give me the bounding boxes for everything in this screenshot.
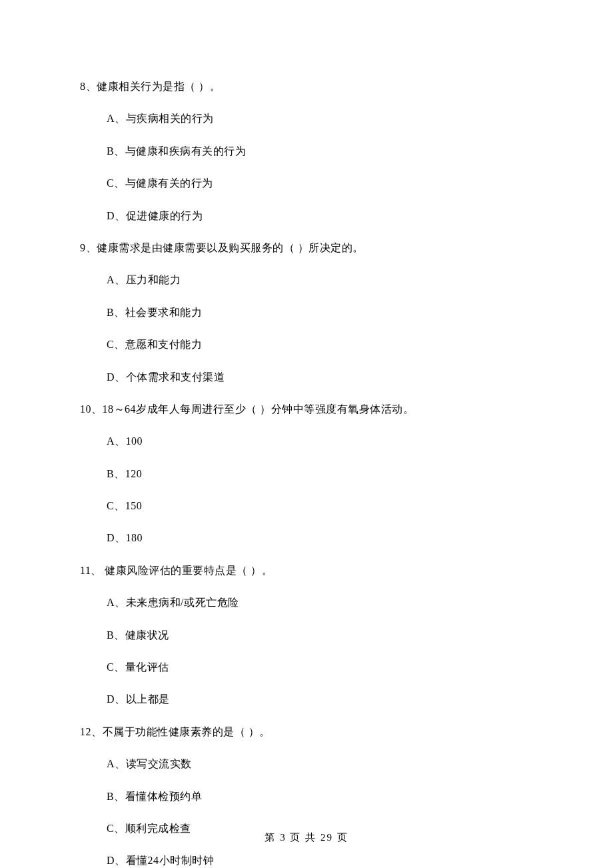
option-d: D、促进健康的行为 — [107, 206, 533, 226]
option-d: D、以上都是 — [107, 689, 533, 709]
question-11: 11、 健康风险评估的重要特点是（ ）。 A、未来患病和/或死亡危险 B、健康状… — [80, 561, 533, 710]
question-stem: 9、健康需求是由健康需要以及购买服务的（ ）所决定的。 — [80, 238, 533, 258]
question-text: 18～64岁成年人每周进行至少（ ）分钟中等强度有氧身体活动。 — [103, 403, 414, 415]
question-stem: 11、 健康风险评估的重要特点是（ ）。 — [80, 561, 533, 581]
option-a: A、读写交流实数 — [107, 754, 533, 774]
question-stem: 8、健康相关行为是指（ ）。 — [80, 77, 533, 97]
page-footer: 第 3 页 共 29 页 — [0, 831, 613, 844]
option-c: C、与健康有关的行为 — [107, 173, 533, 193]
page-content: 8、健康相关行为是指（ ）。 A、与疾病相关的行为 B、与健康和疾病有关的行为 … — [0, 0, 613, 868]
option-b: B、健康状况 — [107, 625, 533, 645]
question-12: 12、不属于功能性健康素养的是（ ）。 A、读写交流实数 B、看懂体检预约单 C… — [80, 722, 533, 868]
question-stem: 12、不属于功能性健康素养的是（ ）。 — [80, 722, 533, 742]
question-number: 10、 — [80, 403, 103, 415]
question-number: 11、 — [80, 565, 102, 576]
question-options: A、与疾病相关的行为 B、与健康和疾病有关的行为 C、与健康有关的行为 D、促进… — [80, 109, 533, 226]
option-a: A、与疾病相关的行为 — [107, 109, 533, 129]
option-a: A、未来患病和/或死亡危险 — [107, 593, 533, 613]
question-options: A、读写交流实数 B、看懂体检预约单 C、顺利完成检查 D、看懂24小时制时钟 — [80, 754, 533, 868]
question-number: 12、 — [80, 726, 103, 737]
option-c: C、150 — [107, 496, 533, 516]
question-9: 9、健康需求是由健康需要以及购买服务的（ ）所决定的。 A、压力和能力 B、社会… — [80, 238, 533, 387]
option-b: B、社会要求和能力 — [107, 303, 533, 323]
option-b: B、与健康和疾病有关的行为 — [107, 141, 533, 161]
option-b: B、看懂体检预约单 — [107, 787, 533, 807]
option-a: A、100 — [107, 431, 533, 451]
option-a: A、压力和能力 — [107, 270, 533, 290]
question-number: 8、 — [80, 81, 97, 92]
option-b: B、120 — [107, 464, 533, 484]
option-c: C、意愿和支付能力 — [107, 335, 533, 355]
option-d: D、180 — [107, 528, 533, 548]
question-options: A、100 B、120 C、150 D、180 — [80, 431, 533, 549]
option-d: D、个体需求和支付渠道 — [107, 367, 533, 387]
question-stem: 10、18～64岁成年人每周进行至少（ ）分钟中等强度有氧身体活动。 — [80, 399, 533, 419]
option-d: D、看懂24小时制时钟 — [107, 851, 533, 868]
question-text: 健康相关行为是指（ ）。 — [97, 81, 221, 92]
question-text: 健康风险评估的重要特点是（ ）。 — [102, 565, 273, 576]
question-number: 9、 — [80, 242, 97, 253]
question-10: 10、18～64岁成年人每周进行至少（ ）分钟中等强度有氧身体活动。 A、100… — [80, 399, 533, 549]
question-text: 健康需求是由健康需要以及购买服务的（ ）所决定的。 — [97, 242, 364, 253]
question-8: 8、健康相关行为是指（ ）。 A、与疾病相关的行为 B、与健康和疾病有关的行为 … — [80, 77, 533, 226]
question-options: A、未来患病和/或死亡危险 B、健康状况 C、量化评估 D、以上都是 — [80, 593, 533, 710]
question-options: A、压力和能力 B、社会要求和能力 C、意愿和支付能力 D、个体需求和支付渠道 — [80, 270, 533, 387]
question-text: 不属于功能性健康素养的是（ ）。 — [103, 726, 271, 737]
option-c: C、量化评估 — [107, 657, 533, 677]
